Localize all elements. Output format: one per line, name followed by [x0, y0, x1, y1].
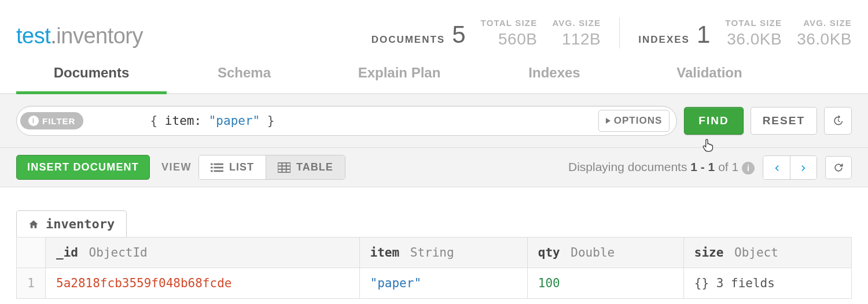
- documents-table: _id ObjectId item String qty Double size…: [16, 237, 852, 299]
- doc-total-size: TOTAL SIZE 560B: [481, 18, 538, 49]
- refresh-icon: [833, 162, 844, 173]
- view-list-button[interactable]: LIST: [199, 155, 266, 179]
- stats-divider: [619, 17, 620, 49]
- breadcrumb-tab[interactable]: inventory: [16, 210, 127, 237]
- tab-explain-plan[interactable]: Explain Plan: [322, 57, 477, 93]
- col-name: item: [370, 246, 400, 259]
- namespace-db: test: [16, 24, 50, 48]
- row-number-header: [17, 238, 46, 268]
- insert-document-button[interactable]: INSERT DOCUMENT: [16, 155, 150, 180]
- idx-avg-size-label: AVG. SIZE: [797, 18, 852, 28]
- options-label: OPTIONS: [614, 115, 663, 127]
- triangle-right-icon: [606, 118, 610, 124]
- documents-count: DOCUMENTS 5: [372, 21, 466, 49]
- doc-avg-size-value: 112B: [562, 30, 601, 48]
- table-header-row: _id ObjectId item String qty Double size…: [17, 238, 852, 268]
- cell-qty[interactable]: 100: [527, 268, 683, 299]
- info-icon: i: [28, 116, 39, 126]
- idx-total-size-label: TOTAL SIZE: [725, 18, 782, 28]
- svg-rect-3: [214, 166, 224, 168]
- pager-prefix: Displaying documents: [568, 160, 690, 173]
- history-button[interactable]: [824, 107, 852, 135]
- pager-next-button[interactable]: [790, 156, 816, 179]
- breadcrumb-label: inventory: [46, 217, 115, 231]
- pager-info-icon[interactable]: i: [742, 162, 755, 175]
- home-icon: [28, 219, 39, 229]
- documents-count-label: DOCUMENTS: [372, 34, 446, 46]
- pager-prev-button[interactable]: [763, 156, 790, 179]
- tab-indexes[interactable]: Indexes: [477, 57, 632, 93]
- find-button[interactable]: FIND: [684, 107, 743, 135]
- tab-validation[interactable]: Validation: [632, 57, 787, 93]
- pager-total: of 1: [715, 160, 742, 173]
- col-type: Double: [571, 246, 615, 259]
- filter-box: i FILTER { item: "paper" } OPTIONS: [16, 106, 677, 136]
- content: inventory _id ObjectId item String qty D…: [0, 187, 868, 304]
- svg-rect-0: [211, 163, 213, 165]
- toolbar: INSERT DOCUMENT VIEW LIST TABLE Displayi…: [0, 148, 868, 187]
- indexes-count-value: 1: [697, 21, 710, 49]
- filter-pill-label: FILTER: [42, 116, 75, 126]
- idx-total-size-value: 36.0KB: [727, 30, 782, 48]
- col-header-id[interactable]: _id ObjectId: [46, 238, 360, 268]
- view-list-label: LIST: [229, 161, 254, 173]
- svg-rect-6: [278, 162, 290, 172]
- svg-rect-5: [214, 170, 224, 172]
- view-table-button[interactable]: TABLE: [266, 155, 345, 179]
- chevron-right-icon: [798, 162, 810, 174]
- options-button[interactable]: OPTIONS: [598, 110, 670, 132]
- col-header-qty[interactable]: qty Double: [527, 238, 683, 268]
- list-icon: [211, 162, 223, 173]
- header: test.inventory DOCUMENTS 5 TOTAL SIZE 56…: [0, 0, 868, 57]
- doc-total-size-value: 560B: [498, 30, 537, 48]
- reset-button[interactable]: RESET: [751, 107, 817, 135]
- pager: Displaying documents 1 - 1 of 1 i: [568, 155, 852, 180]
- namespace-collection: inventory: [56, 24, 143, 48]
- filter-pill: i FILTER: [20, 112, 83, 129]
- col-name: size: [694, 246, 724, 259]
- tab-documents[interactable]: Documents: [16, 57, 167, 94]
- indexes-count: INDEXES 1: [638, 21, 710, 49]
- namespace-title: test.inventory: [16, 24, 143, 49]
- view-table-label: TABLE: [296, 161, 333, 173]
- col-type: String: [410, 246, 454, 259]
- table-icon: [278, 162, 290, 173]
- stats-block: DOCUMENTS 5 TOTAL SIZE 560B AVG. SIZE 11…: [372, 17, 852, 49]
- tabs: Documents Schema Explain Plan Indexes Va…: [0, 57, 868, 94]
- pager-range: 1 - 1: [690, 160, 715, 173]
- table-row[interactable]: 1 5a2818fcb3559f048b68fcde "paper" 100 {…: [17, 268, 852, 299]
- col-type: ObjectId: [89, 246, 148, 259]
- row-number: 1: [17, 268, 46, 299]
- documents-count-value: 5: [452, 21, 465, 49]
- col-name: _id: [56, 246, 78, 259]
- idx-avg-size-value: 36.0KB: [797, 30, 852, 48]
- col-header-size[interactable]: size Object: [683, 238, 851, 268]
- pager-nav: [763, 155, 817, 180]
- view-label: VIEW: [161, 161, 192, 173]
- tab-schema[interactable]: Schema: [167, 57, 322, 93]
- cell-id[interactable]: 5a2818fcb3559f048b68fcde: [46, 268, 360, 299]
- namespace-dot: .: [50, 24, 56, 48]
- col-header-item[interactable]: item String: [359, 238, 527, 268]
- doc-avg-size: AVG. SIZE 112B: [552, 18, 601, 49]
- cell-size[interactable]: {} 3 fields: [683, 268, 851, 299]
- idx-avg-size: AVG. SIZE 36.0KB: [797, 18, 852, 49]
- filter-input[interactable]: [83, 114, 598, 128]
- idx-total-size: TOTAL SIZE 36.0KB: [725, 18, 782, 49]
- refresh-button[interactable]: [825, 156, 852, 179]
- svg-rect-1: [214, 163, 224, 165]
- history-icon: [832, 115, 844, 127]
- doc-total-size-label: TOTAL SIZE: [481, 18, 538, 28]
- svg-rect-4: [211, 170, 213, 172]
- pager-text: Displaying documents 1 - 1 of 1 i: [568, 160, 755, 175]
- view-mode-segment: LIST TABLE: [198, 155, 345, 180]
- doc-avg-size-label: AVG. SIZE: [552, 18, 601, 28]
- col-name: qty: [538, 246, 560, 259]
- cell-item[interactable]: "paper": [359, 268, 527, 299]
- chevron-left-icon: [771, 162, 782, 174]
- filter-bar: i FILTER { item: "paper" } OPTIONS FIND …: [0, 94, 868, 148]
- indexes-count-label: INDEXES: [638, 34, 690, 46]
- col-type: Object: [734, 246, 778, 259]
- svg-rect-2: [211, 166, 213, 168]
